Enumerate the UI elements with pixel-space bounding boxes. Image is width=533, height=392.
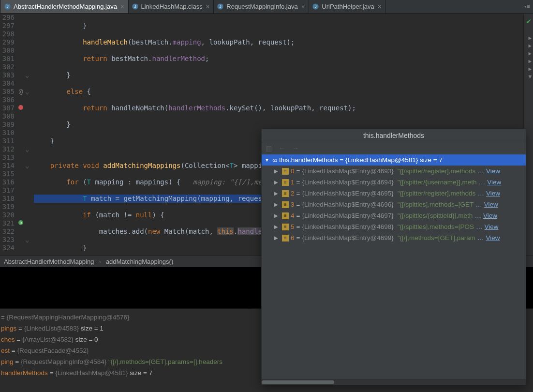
popup-horizontal-scrollbar[interactable] [262,379,526,385]
java-file-icon: J [4,3,11,10]
override-icon[interactable]: o [16,219,25,227]
map-entry-icon: ≡ [282,212,289,219]
expand-icon[interactable]: ▶ [274,168,280,174]
tree-root-row[interactable]: ▼ ∞ this.handlerMethods = {LinkedHashMap… [262,154,526,166]
svg-text:J: J [315,4,317,9]
close-icon[interactable]: × [300,3,305,10]
close-icon[interactable]: × [205,3,210,10]
breadcrumb-class[interactable]: AbstractHandlerMethodMapping [4,258,94,265]
java-file-icon: J [312,3,319,10]
map-entry-icon: ≡ [282,224,289,230]
tab-requestmappinginfo[interactable]: J RequestMappingInfo.java × [214,0,309,13]
nav-arrow-icon[interactable]: ▶ [528,50,532,57]
view-link[interactable]: View [486,167,500,175]
nav-arrow-icon[interactable]: ▶ [528,35,532,41]
map-entry-icon: ≡ [282,168,289,175]
nav-arrow-down-icon[interactable]: ▼ [528,74,532,80]
java-file-icon: J [217,3,224,10]
tab-urlpathhelper[interactable]: J UrlPathHelper.java × [309,0,385,13]
tab-label: LinkedHashMap.class [141,3,203,10]
view-link[interactable]: View [487,179,501,186]
view-link[interactable]: View [483,212,497,219]
expand-icon[interactable]: ▼ [265,157,270,163]
breadcrumb-method[interactable]: addMatchingMappings() [106,258,173,265]
close-icon[interactable]: × [377,3,382,10]
expand-icon[interactable]: ▶ [274,202,280,207]
popup-toolbar: ▥ ← → [262,142,526,154]
tab-label: AbstractHandlerMethodMapping.java [14,3,117,10]
infinity-icon: ∞ [272,156,277,164]
inspection-ok-icon: ✔ [526,16,531,26]
tab-label: UrlPathHelper.java [322,3,374,10]
breakpoint-icon[interactable] [16,104,25,112]
svg-text:o: o [20,221,22,225]
editor-tab-bar: J AbstractHandlerMethodMapping.java × J … [0,0,533,14]
svg-text:J: J [134,4,136,9]
history-icon[interactable]: ▥ [266,144,272,152]
popup-title: this.handlerMethods [262,129,526,142]
map-entry-icon: ≡ [282,201,289,208]
forward-icon[interactable]: → [292,144,299,152]
svg-text:J: J [220,4,222,9]
expand-icon[interactable]: ▶ [274,213,280,218]
view-link[interactable]: View [486,234,500,241]
java-class-icon: J [132,3,139,10]
chevron-right-icon: › [99,258,101,265]
map-entry-icon: ≡ [282,190,289,197]
back-icon[interactable]: ← [279,144,285,152]
expand-icon[interactable]: ▶ [274,224,280,229]
tree-entry-row[interactable]: ▶ ≡ 2 = {LinkedHashMap$Entry@4695} "{[/s… [262,188,526,199]
view-link[interactable]: View [485,223,499,230]
nav-arrow-icon[interactable]: ▶ [528,66,532,72]
tab-overflow-icon[interactable]: ▾≡ [524,0,533,13]
view-link[interactable]: View [486,190,500,197]
nav-arrow-icon[interactable]: ▶ [528,58,532,64]
expand-icon[interactable]: ▶ [274,191,280,196]
tab-linkedhashmap[interactable]: J LinkedHashMap.class × [129,0,214,13]
expand-icon[interactable]: ▶ [274,180,280,185]
marker-gutter[interactable]: @ o [16,14,25,256]
close-icon[interactable]: × [119,3,124,10]
tree-entry-row[interactable]: ▶ ≡ 4 = {LinkedHashMap$Entry@4697} "{[/s… [262,210,526,221]
popup-tree[interactable]: ▼ ∞ this.handlerMethods = {LinkedHashMap… [262,154,526,379]
view-link[interactable]: View [484,201,498,208]
expand-icon[interactable]: ▶ [274,235,280,241]
map-entry-icon: ≡ [282,179,289,186]
tab-abstracthandlermethodmapping[interactable]: J AbstractHandlerMethodMapping.java × [1,0,129,13]
debug-evaluate-popup: this.handlerMethods ▥ ← → ▼ ∞ this.handl… [261,129,526,385]
tab-label: RequestMappingInfo.java [226,3,297,10]
nav-arrow-icon[interactable]: ▶ [528,43,532,49]
tree-entry-row[interactable]: ▶ ≡ 5 = {LinkedHashMap$Entry@4698} "{[/s… [262,221,526,232]
svg-point-8 [18,105,23,110]
tree-entry-row[interactable]: ▶ ≡ 1 = {LinkedHashMap$Entry@4694} "{[/s… [262,177,526,188]
map-entry-icon: ≡ [282,235,289,241]
tree-entry-row[interactable]: ▶ ≡ 0 = {LinkedHashMap$Entry@4693} "{[/s… [262,166,526,177]
tree-entry-row[interactable]: ▶ ≡ 6 = {LinkedHashMap$Entry@4699} "{[/]… [262,232,526,243]
line-number-gutter: 296297298299 300301302303 304305306307 3… [0,14,16,256]
svg-text:J: J [6,4,8,9]
fold-gutter[interactable]: ⌄ ⌄ ⌄⌄ ⌄ [25,14,32,256]
scrollbar-thumb[interactable] [262,380,334,384]
tree-entry-row[interactable]: ▶ ≡ 3 = {LinkedHashMap$Entry@4696} "{[/s… [262,199,526,210]
